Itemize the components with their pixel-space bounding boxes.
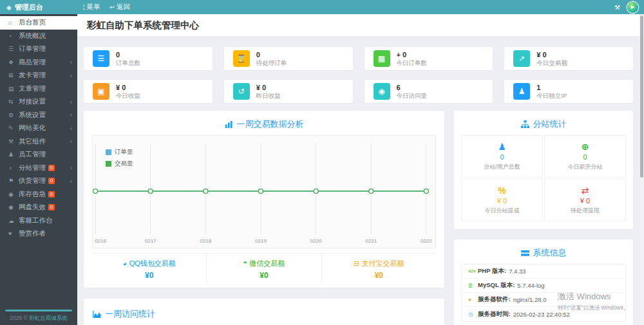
sidebar-item[interactable]: ⚙系统设置‹ — [0, 109, 77, 122]
badge: 0 — [48, 178, 55, 184]
sidebar-item[interactable]: ♟员工管理 — [0, 148, 77, 162]
substation-value: 0 — [583, 153, 587, 161]
chevron-left-icon: ‹ — [70, 98, 72, 106]
trade-chart-title: 一周交易数据分析 — [92, 117, 436, 131]
stat-text: ¥ 0今日收益 — [116, 84, 140, 100]
sidebar-item[interactable]: ◔系统概况 — [0, 30, 77, 43]
sysinfo-value: nginx/1.28.0 — [513, 296, 547, 303]
payment-label: QQ钱包交易额 — [129, 259, 176, 268]
main-area: 彩虹自助下单系统管理中心 ☰0订单总数⌛0待处理订单▦+ 0今日订单数↗¥ 0今… — [77, 14, 644, 325]
copyright-link[interactable]: 彩虹云商城系统 — [29, 315, 68, 321]
sidebar-item-label: 网盘失效 — [19, 203, 46, 212]
sidebar-item-label: 商品管理 — [19, 58, 46, 67]
sidebar-item-label: 分站管理 — [19, 163, 46, 172]
sidebar-item[interactable]: ◉网盘失效0 — [0, 201, 77, 214]
gauge-icon: ◔ — [8, 33, 19, 39]
stat-card: ↺¥ 0昨日收益 — [224, 80, 353, 103]
wrench-icon[interactable]: ⚒ — [614, 4, 620, 11]
sidebar-copyright: 2026 © 彩虹云商城系统 — [0, 315, 77, 322]
legend-item[interactable]: 订单量 — [106, 148, 133, 156]
payment-value: ¥0 — [260, 271, 268, 280]
home-icon: ⌂ — [8, 19, 19, 26]
sidebar-item[interactable]: ◉库存告急0 — [0, 188, 77, 201]
sysinfo-row: ◷服务器时间:2026-02-23 22:40:52 — [462, 307, 625, 321]
area-chart-icon — [93, 310, 101, 319]
legend-item[interactable]: 交易量 — [106, 160, 133, 168]
chart-legend: 订单量交易量 — [106, 148, 133, 171]
menu-toggle-button[interactable]: ¦ 菜单 — [83, 3, 100, 12]
link-icon: ⇆ — [8, 98, 19, 105]
sidebar-item[interactable]: ⊞发卡管理‹ — [0, 69, 77, 82]
stats-grid: ☰0订单总数⌛0待处理订单▦+ 0今日订单数↗¥ 0今日交易额▣¥ 0今日收益↺… — [84, 47, 633, 103]
sidebar-item[interactable]: ✎网站美化‹ — [0, 122, 77, 135]
sidebar-item[interactable]: ⚑供货管理0‹ — [0, 174, 77, 188]
sysinfo-value: 7.4.33 — [509, 268, 526, 275]
sysinfo-value: 5.7.44-log — [517, 282, 544, 289]
legend-label: 交易量 — [115, 160, 133, 168]
legend-label: 订单量 — [115, 148, 133, 156]
svg-text:0216: 0216 — [95, 238, 106, 244]
sysinfo-row: </>PHP 版本:7.4.33 — [462, 265, 625, 279]
stat-label: 今日交易额 — [536, 59, 567, 67]
payment-value: ¥0 — [145, 271, 153, 280]
sidebar-scroll-indicator[interactable] — [5, 310, 72, 311]
book-icon: ▤ — [8, 86, 19, 92]
payment-label: 支付宝交易额 — [362, 259, 404, 268]
topbar-right: ⚒ ▶ — [614, 2, 644, 13]
stat-card: ♟1今日独立IP — [504, 80, 633, 103]
substation-value: 0 — [500, 153, 504, 161]
stat-card: ▦+ 0今日订单数 — [365, 47, 493, 70]
app-logo-icon[interactable]: ▶ — [627, 2, 638, 13]
sidebar-item[interactable]: ▤文章管理 — [0, 82, 77, 96]
topnav: ¦ 菜单 ↩ 返回 — [83, 3, 130, 12]
back-button[interactable]: ↩ 返回 — [109, 3, 130, 12]
substation-label: 今日分站提成 — [485, 207, 520, 215]
page-title-bar: 彩虹自助下单系统管理中心 — [77, 14, 644, 37]
sidebar-item[interactable]: ♁分站管理0‹ — [0, 162, 77, 175]
list-icon: ☰ — [93, 50, 109, 67]
bar-chart-icon — [225, 120, 233, 129]
money-icon: ▣ — [93, 83, 109, 100]
supply-icon: ⚑ — [8, 178, 19, 184]
stat-card: ⌛0待处理订单 — [224, 47, 353, 70]
sysinfo-label: 服务器软件: — [478, 295, 511, 304]
chevron-left-icon: ‹ — [70, 125, 72, 132]
visit-stats-panel: 一周访问统计 — [84, 299, 444, 325]
sidebar-item-label: 系统设置 — [19, 111, 46, 120]
sidebar-item-label: 赞赏作者 — [19, 229, 46, 238]
badge: 0 — [48, 165, 55, 171]
server-icon: ● — [468, 297, 478, 302]
sidebar-item[interactable]: ⌂后台首页 — [0, 16, 77, 30]
content: ☰0订单总数⌛0待处理订单▦+ 0今日订单数↗¥ 0今日交易额▣¥ 0今日收益↺… — [77, 37, 644, 325]
code-icon: </> — [468, 268, 478, 274]
sidebar-item[interactable]: ♥赞赏作者 — [0, 227, 77, 241]
substation-card: ⊕0今日新开分站 — [544, 135, 626, 178]
sysinfo-label: PHP 版本: — [478, 267, 506, 275]
chevron-left-icon: ‹ — [70, 72, 72, 79]
sidebar-item[interactable]: ❖商品管理‹ — [0, 56, 77, 70]
alert-icon: ◉ — [8, 204, 19, 210]
stat-text: 1今日独立IP — [536, 84, 567, 100]
badge: 0 — [48, 204, 55, 210]
scrollbar-track[interactable] — [639, 14, 644, 325]
sidebar-item[interactable]: ☁客服工作台 — [0, 214, 77, 228]
exchange-icon: ⇄ — [582, 185, 589, 196]
chat-icon: ☁ — [8, 218, 19, 224]
sidebar-item-label: 客服工作台 — [19, 216, 53, 225]
sidebar-item-label: 文章管理 — [19, 84, 46, 93]
app-brand: ◈ 管理后台 — [0, 3, 77, 12]
sysinfo-value: 2026-02-23 22:40:52 — [513, 311, 570, 318]
users-icon: ♟ — [498, 142, 506, 152]
sidebar-item[interactable]: ☰订单管理 — [0, 42, 77, 56]
sidebar-item-label: 网站美化 — [19, 124, 46, 133]
sidebar-item-label: 后台首页 — [19, 18, 46, 27]
stat-text: 0订单总数 — [116, 51, 140, 67]
sidebar-item-label: 员工管理 — [19, 150, 46, 159]
scrollbar-thumb[interactable] — [640, 15, 643, 178]
server-icon — [521, 249, 529, 257]
stat-label: 待处理订单 — [256, 59, 287, 67]
sidebar-item[interactable]: ⚒其它组件‹ — [0, 135, 77, 149]
visit-stats-title: 一周访问统计 — [93, 307, 435, 321]
stat-text: 0待处理订单 — [256, 51, 287, 67]
sidebar-item[interactable]: ⇆对接设置‹ — [0, 95, 77, 109]
